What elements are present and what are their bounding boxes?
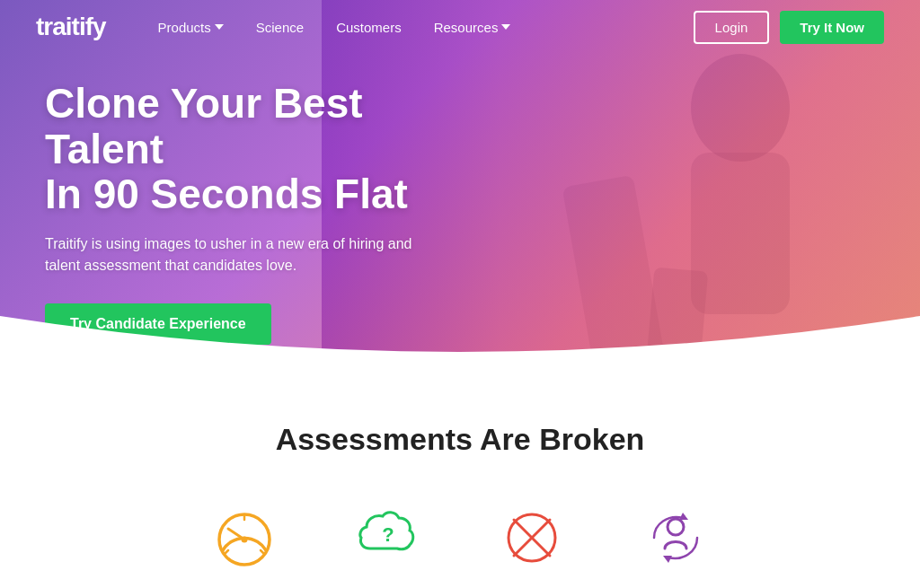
nav-science[interactable]: Science bbox=[240, 0, 320, 54]
hero-title: Clone Your Best Talent In 90 Seconds Fla… bbox=[45, 81, 476, 217]
try-now-button[interactable]: Try It Now bbox=[780, 11, 884, 44]
svg-marker-16 bbox=[663, 556, 672, 563]
section-title: Assessments Are Broken bbox=[36, 422, 884, 457]
nav-customers[interactable]: Customers bbox=[320, 0, 418, 54]
svg-line-9 bbox=[261, 550, 264, 554]
svg-line-7 bbox=[225, 550, 228, 554]
icon-x-circle-item bbox=[496, 502, 568, 574]
nav-resources[interactable]: Resources bbox=[418, 0, 527, 54]
x-circle-icon bbox=[496, 502, 568, 574]
icon-speedometer-item bbox=[208, 502, 280, 574]
logo: traitify bbox=[36, 13, 106, 41]
icon-cloud-item: ? bbox=[352, 502, 424, 574]
nav-products[interactable]: Products bbox=[142, 0, 240, 54]
speedometer-icon bbox=[208, 502, 280, 574]
nav-actions: Login Try It Now bbox=[694, 11, 884, 44]
svg-text:?: ? bbox=[382, 523, 394, 546]
hero-section: Clone Your Best Talent In 90 Seconds Fla… bbox=[0, 0, 920, 368]
icon-person-cycle-item bbox=[640, 502, 712, 574]
broken-section: Assessments Are Broken ? bbox=[0, 368, 920, 588]
cloud-question-icon: ? bbox=[352, 502, 424, 574]
hero-curve bbox=[0, 316, 920, 368]
person-cycle-icon bbox=[640, 502, 712, 574]
login-button[interactable]: Login bbox=[694, 11, 770, 44]
svg-point-14 bbox=[668, 519, 684, 535]
hero-subtitle: Traitify is using images to usher in a n… bbox=[45, 233, 422, 276]
nav-links: Products Science Customers Resources bbox=[142, 0, 694, 54]
icons-row: ? bbox=[36, 502, 884, 574]
navbar: traitify Products Science Customers Reso… bbox=[0, 0, 920, 54]
svg-point-6 bbox=[242, 537, 248, 543]
svg-marker-15 bbox=[679, 513, 688, 520]
